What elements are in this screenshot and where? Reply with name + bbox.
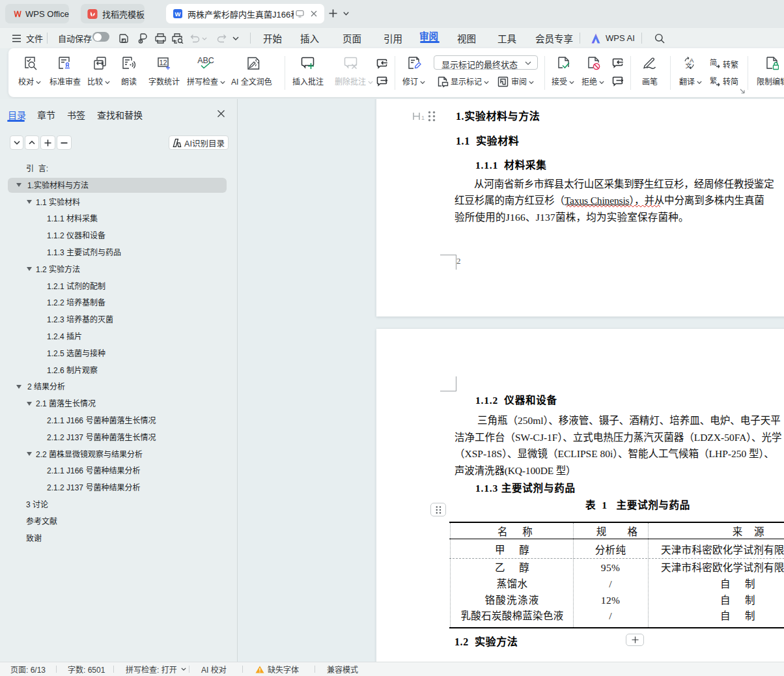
svg-text:1: 1: [421, 115, 425, 120]
svg-text:W: W: [175, 10, 181, 18]
svg-text:12: 12: [159, 59, 167, 66]
svg-text:ABC: ABC: [197, 57, 214, 65]
svg-text:A: A: [690, 57, 694, 64]
svg-text:简: 简: [710, 58, 717, 66]
svg-text:繁: 繁: [710, 76, 717, 85]
